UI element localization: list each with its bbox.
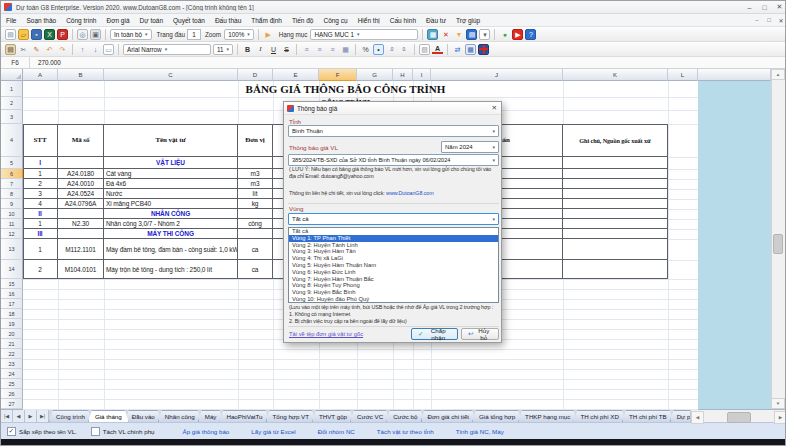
row-header-21[interactable]: 21 [1, 339, 23, 349]
minimize-icon[interactable]: – [742, 4, 757, 11]
status-link-tinh-gia-nc-may[interactable]: Tính giá NC, Máy [456, 428, 504, 435]
sheet-tab-nhan-cong[interactable]: Nhân công [158, 410, 202, 422]
row-header-24[interactable]: 24 [1, 369, 23, 379]
header-note[interactable]: Ghi chú, Nguồn gốc xuất xứ [563, 124, 668, 157]
cell-stt[interactable]: II [23, 209, 58, 219]
percent-icon[interactable]: % [360, 44, 371, 55]
header-code[interactable]: Mã số [58, 124, 104, 157]
paste-icon[interactable]: ▤ [5, 44, 16, 55]
column-header-e[interactable]: E [273, 69, 319, 81]
menu-dau-thau[interactable]: Đấu thầu [210, 17, 246, 24]
region-option-tat-ca[interactable]: Tất cả [289, 228, 498, 235]
sheet-tab-thvt-gop[interactable]: THVT gộp [312, 410, 354, 422]
select-all-corner[interactable] [1, 69, 23, 81]
strikethrough-icon[interactable]: S [281, 44, 292, 55]
sheet-tab-may[interactable]: Máy [198, 410, 224, 422]
notice-select[interactable]: 385/2024/TB-SXD của Sở XD tỉnh Bình Thuậ… [288, 154, 499, 166]
move-up-icon[interactable]: ↑ [77, 44, 88, 55]
cell-stt[interactable]: 2 [23, 179, 58, 189]
row-header-13[interactable]: 13 [1, 239, 23, 260]
cell-stt[interactable]: 1 [23, 239, 58, 260]
region-select[interactable]: Tất cả [288, 213, 499, 225]
format-painter-icon[interactable]: ✎ [31, 44, 42, 55]
row-header-14[interactable]: 14 [1, 260, 23, 279]
zoom-select[interactable]: 100% [224, 29, 254, 40]
sheet-tab-haophivattu[interactable]: HaoPhiVatTu [219, 410, 269, 422]
merge-cells-icon[interactable]: ▦ [340, 44, 351, 55]
cell-code[interactable] [58, 229, 104, 239]
sort-by-name-checkbox[interactable]: Sắp xếp theo tên VL. [7, 427, 77, 436]
align-left-icon[interactable]: ≡ [301, 44, 312, 55]
cut-icon[interactable]: ✂ [18, 44, 29, 55]
header-name[interactable]: Tên vật tư [104, 124, 238, 157]
cell-empty[interactable] [563, 219, 668, 229]
first-page-input[interactable]: 1 [187, 29, 201, 40]
cell-empty[interactable] [563, 169, 668, 179]
region-option-vung-9-huyen-bac-binh[interactable]: Vùng 9: Huyện Bắc Bình [289, 289, 498, 296]
cell-code[interactable]: A24.0180 [58, 169, 104, 179]
scroll-up-icon[interactable]: ▲ [771, 69, 785, 80]
cell-empty[interactable] [563, 179, 668, 189]
region-option-vung-7-huyen-ham-thuan-bac[interactable]: Vùng 7: Huyện Hàm Thuận Bắc [289, 276, 498, 283]
cell-name[interactable]: Xi măng PCB40 [104, 199, 238, 209]
download-base-price-link[interactable]: Tải về tệp đơn giá vật tư gốc [289, 331, 363, 337]
sheet-tab-cuoc-vc[interactable]: Cước VC [350, 410, 390, 422]
row-header-10[interactable]: 10 [1, 209, 23, 219]
name-box[interactable]: F6 [1, 57, 30, 69]
region-option-vung-8-huyen-tuy-phong[interactable]: Vùng 8: Huyện Tuy Phong [289, 282, 498, 289]
print-preview-icon[interactable]: ◎ [77, 29, 88, 40]
cell-name[interactable]: Máy trộn bê tông - dung tích : 250,0 lít [104, 260, 238, 279]
row-header-18[interactable]: 18 [1, 309, 23, 319]
region-option-vung-6-huyen-duc-linh[interactable]: Vùng 6: Huyện Đức Linh [289, 269, 498, 276]
cell-empty[interactable] [563, 157, 668, 169]
menu-dau-tu[interactable]: Đầu tư [421, 17, 451, 24]
print-icon[interactable]: ▣ [90, 29, 101, 40]
cell-code[interactable]: A24.0524 [58, 189, 104, 199]
row-header-11[interactable]: 11 [1, 219, 23, 229]
swap-icon[interactable]: ⇄ [452, 44, 463, 55]
row-header-27[interactable]: 27 [1, 399, 23, 409]
column-header-c[interactable]: C [104, 69, 238, 81]
category-select[interactable]: HẠNG MỤC 1 [310, 29, 418, 40]
split-material-checkbox[interactable]: Tách VL chính phụ [91, 427, 155, 436]
chart-icon[interactable]: ▦ [465, 44, 476, 55]
scroll-right-icon[interactable]: ▶ [774, 411, 786, 424]
cancel-button[interactable]: Hủy bỏ [461, 328, 499, 340]
sheet-tab-don-gia-chi-tiet[interactable]: Đơn giá chi tiết [421, 410, 477, 422]
menu-don-gia[interactable]: Đơn giá [101, 17, 134, 24]
cell-stt[interactable]: 2 [23, 260, 58, 279]
menu-quyet-toan[interactable]: Quyết toán [168, 17, 210, 24]
menu-file[interactable]: File [1, 17, 21, 24]
mdi-restore-icon[interactable]: □ [763, 17, 775, 24]
accept-button[interactable]: Chấp nhận [411, 328, 458, 340]
cell-code[interactable]: N2.30 [58, 219, 104, 229]
cell-code[interactable]: A24.0796A [58, 199, 104, 209]
cell-name[interactable]: Nhân công 3,0/7 - Nhóm 2 [104, 219, 238, 229]
region-option-vung-3-huyen-ham-tan[interactable]: Vùng 3: Huyện Hàm Tân [289, 248, 498, 255]
delete-x-icon[interactable]: ✕ [440, 29, 451, 40]
tab-next-icon[interactable]: ▶ [25, 410, 37, 422]
column-header-h[interactable]: H [393, 69, 413, 81]
italic-icon[interactable]: I [255, 44, 266, 55]
status-link-doi-nhom-nc[interactable]: Đổi nhóm NC [318, 428, 355, 435]
row-header-7[interactable]: 7 [1, 179, 23, 189]
font-name-select[interactable]: Arial Narrow [123, 44, 211, 55]
region-option-vung-5-huyen-ham-thuan-nam[interactable]: Vùng 5: Huyện Hàm Thuận Nam [289, 262, 498, 269]
page-dropdown-icon[interactable]: ▾ [479, 29, 490, 40]
sheet-tab-gia-tong-hop[interactable]: Giá tổng hợp [472, 410, 522, 422]
cell-stt[interactable]: I [23, 157, 58, 169]
cell-name[interactable]: Cát vàng [104, 169, 238, 179]
cell-stt[interactable]: 1 [23, 219, 58, 229]
dialog-close-icon[interactable]: ✕ [492, 104, 497, 112]
fill-color-icon[interactable]: ▨ [419, 44, 430, 55]
cell-name[interactable]: VẬT LIỆU [104, 157, 238, 169]
column-header-b[interactable]: B [58, 69, 104, 81]
grid-table-icon[interactable]: ▦ [427, 29, 438, 40]
close-icon[interactable]: ✕ [772, 3, 786, 11]
formula-value[interactable]: 270.000 [30, 59, 61, 66]
sheet-tab-th-chi-phi-tb[interactable]: TH chi phí TB [622, 410, 674, 422]
row-header-3[interactable]: 3 [1, 110, 23, 124]
row-header-4[interactable]: 4 [1, 124, 23, 157]
cell-empty[interactable] [563, 260, 668, 279]
row-header-2[interactable]: 2 [1, 97, 23, 110]
